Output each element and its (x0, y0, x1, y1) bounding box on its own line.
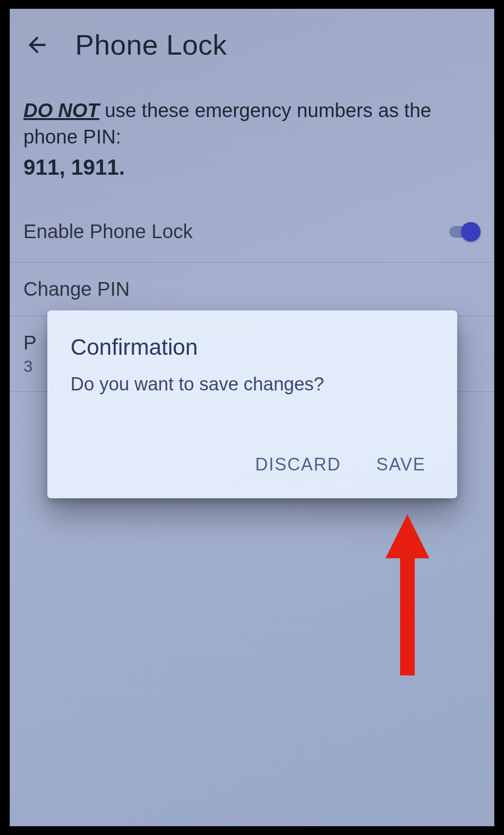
confirmation-dialog: Confirmation Do you want to save changes… (47, 310, 457, 498)
dialog-actions: DISCARD SAVE (71, 440, 434, 498)
save-button[interactable]: SAVE (373, 449, 428, 480)
dialog-scrim[interactable]: Confirmation Do you want to save changes… (10, 9, 494, 826)
dialog-title: Confirmation (71, 334, 434, 360)
discard-button[interactable]: DISCARD (252, 449, 344, 480)
phone-lock-screen: Phone Lock DO NOT use these emergency nu… (10, 9, 494, 826)
dialog-message: Do you want to save changes? (71, 374, 434, 395)
